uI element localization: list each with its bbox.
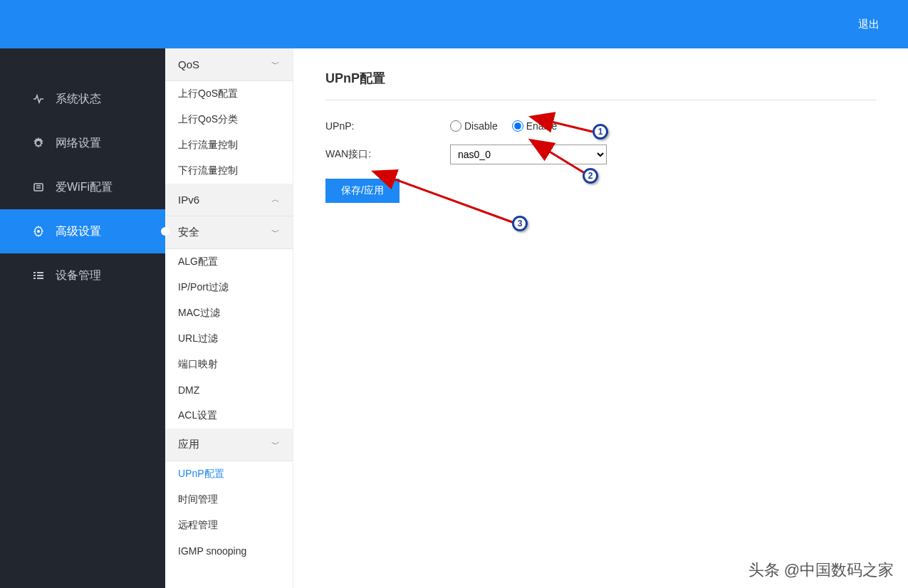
sidebar-item-wifi[interactable]: 爱WiFi配置 xyxy=(0,165,165,209)
submenu-group-header[interactable]: 应用﹀ xyxy=(165,429,293,461)
sidebar-item-label: 爱WiFi配置 xyxy=(56,180,113,195)
logout-link[interactable]: 退出 xyxy=(858,18,880,31)
chevron-down-icon: ﹀ xyxy=(271,58,280,70)
submenu-item[interactable]: 下行流量控制 xyxy=(165,158,293,184)
submenu-item[interactable]: IP/Port过滤 xyxy=(165,275,293,300)
wifi-icon xyxy=(32,181,45,194)
sidebar: 系统状态 网络设置 爱WiFi配置 高级设置 设备管理 xyxy=(0,48,165,588)
submenu-group-title: QoS xyxy=(178,58,199,70)
radio-disable[interactable] xyxy=(450,120,461,132)
svg-rect-8 xyxy=(33,278,36,279)
svg-rect-4 xyxy=(33,272,36,273)
chevron-down-icon: ﹀ xyxy=(271,226,280,238)
svg-line-13 xyxy=(393,179,514,223)
svg-point-3 xyxy=(37,230,40,233)
chevron-down-icon: ﹀ xyxy=(271,439,280,451)
submenu-item[interactable]: 时间管理 xyxy=(165,487,293,513)
submenu: QoS﹀上行QoS配置上行QoS分类上行流量控制下行流量控制IPv6︿安全﹀AL… xyxy=(165,48,293,588)
submenu-item[interactable]: URL过滤 xyxy=(165,326,293,352)
submenu-item[interactable]: IGMP snooping xyxy=(165,538,293,564)
submenu-item[interactable]: 上行流量控制 xyxy=(165,132,293,158)
chevron-up-icon: ︿ xyxy=(271,194,280,206)
annotation-badge-3: 3 xyxy=(512,216,528,231)
upnp-label: UPnP: xyxy=(325,120,450,132)
wan-select[interactable]: nas0_0 xyxy=(450,145,607,164)
wan-row: WAN接口: nas0_0 xyxy=(325,145,876,164)
submenu-group-title: 应用 xyxy=(178,438,199,451)
sidebar-item-network[interactable]: 网络设置 xyxy=(0,121,165,165)
submenu-item[interactable]: DMZ xyxy=(165,377,293,403)
submenu-group-header[interactable]: 安全﹀ xyxy=(165,216,293,249)
submenu-item[interactable]: UPnP配置 xyxy=(165,461,293,487)
gear-icon xyxy=(32,137,45,149)
list-icon xyxy=(32,269,45,282)
submenu-item[interactable]: ACL设置 xyxy=(165,403,293,429)
radio-label: Disable xyxy=(464,120,498,132)
gear-small-icon xyxy=(32,225,45,238)
svg-rect-7 xyxy=(37,275,43,276)
svg-rect-0 xyxy=(34,184,43,191)
sidebar-item-label: 网络设置 xyxy=(56,136,101,151)
upnp-disable-radio[interactable]: Disable xyxy=(450,120,498,132)
sidebar-item-advanced[interactable]: 高级设置 xyxy=(0,209,165,253)
active-indicator xyxy=(161,227,169,236)
submenu-item[interactable]: 上行QoS配置 xyxy=(165,81,293,107)
submenu-item[interactable]: 端口映射 xyxy=(165,352,293,377)
submenu-group-title: IPv6 xyxy=(178,194,199,206)
pulse-icon xyxy=(32,93,45,105)
submenu-item[interactable]: ALG配置 xyxy=(165,249,293,275)
radio-enable[interactable] xyxy=(512,120,523,132)
main-container: 系统状态 网络设置 爱WiFi配置 高级设置 设备管理 xyxy=(0,48,908,588)
svg-rect-6 xyxy=(33,275,36,276)
sidebar-item-label: 高级设置 xyxy=(56,224,101,239)
svg-rect-5 xyxy=(37,272,43,273)
submenu-group-header[interactable]: QoS﹀ xyxy=(165,48,293,81)
save-button[interactable]: 保存/应用 xyxy=(325,179,400,203)
submenu-group-title: 安全 xyxy=(178,226,199,239)
sidebar-item-label: 设备管理 xyxy=(56,268,101,283)
content: UPnP配置 UPnP: Disable Enable WAN接口: nas0_… xyxy=(293,48,908,588)
wan-label: WAN接口: xyxy=(325,148,450,161)
upnp-row: UPnP: Disable Enable xyxy=(325,120,876,132)
submenu-item[interactable]: 远程管理 xyxy=(165,513,293,538)
submenu-item[interactable]: MAC过滤 xyxy=(165,300,293,326)
watermark: 头条 @中国数码之家 xyxy=(748,560,894,581)
upnp-enable-radio[interactable]: Enable xyxy=(512,120,558,132)
page-title: UPnP配置 xyxy=(325,70,876,100)
sidebar-item-status[interactable]: 系统状态 xyxy=(0,77,165,121)
header: 退出 xyxy=(0,0,908,48)
sidebar-item-device[interactable]: 设备管理 xyxy=(0,253,165,298)
annotation-badge-2: 2 xyxy=(583,168,598,184)
submenu-item[interactable]: 上行QoS分类 xyxy=(165,107,293,132)
radio-label: Enable xyxy=(526,120,558,132)
submenu-group-header[interactable]: IPv6︿ xyxy=(165,184,293,216)
sidebar-item-label: 系统状态 xyxy=(56,92,101,107)
svg-rect-9 xyxy=(37,278,43,279)
